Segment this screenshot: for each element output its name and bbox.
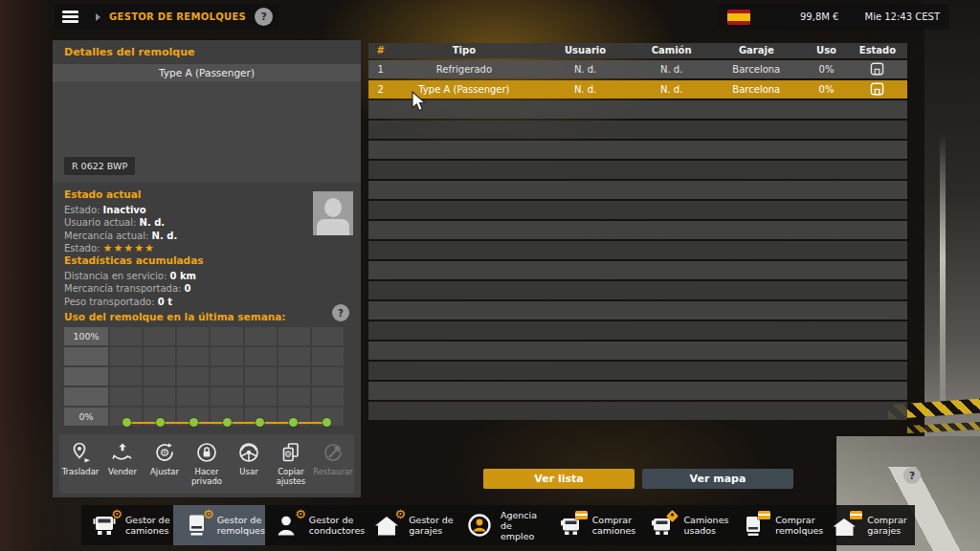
usage-grid-cell [144,347,175,365]
usage-dots [110,417,344,429]
trailer-status-icon [870,82,884,96]
trailer-row-2[interactable]: 2Type A (Passenger)N. d.N. d.Barcelona0% [368,80,907,99]
usage-grid-cell [278,327,310,345]
usage-data-point [110,417,144,429]
buy-trailer-icon [740,512,768,539]
column-header-type[interactable]: Tipo [392,43,535,58]
nav-item-camiones-usados[interactable]: Camionesusados [639,505,731,545]
nav-item-gestor-remolques[interactable]: ⚙ Gestor deremolques [173,505,265,545]
money-display: 99,8M € [800,11,838,22]
usage-grid-cell [211,367,242,386]
restore-wrench-icon [321,440,345,465]
column-header-garage[interactable]: Garaje [708,43,805,58]
top-bar-left: GESTOR DE REMOLQUES ? [55,4,278,30]
svg-text:⚙: ⚙ [284,449,293,459]
usage-chart: 100%0% [64,327,344,436]
use-button[interactable]: Usar [228,434,270,494]
usage-grid-cell [110,347,142,365]
view-list-button[interactable]: Ver lista [483,469,635,489]
top-bar-right: 99,8M € Mie 12:43 CEST [718,4,949,30]
state-field: Usuario actual: N. d. [64,216,349,230]
footer-help-icon[interactable]: ? [903,467,921,484]
usage-grid-cell [245,347,277,365]
restore-button[interactable]: Restaurar [312,434,354,494]
avatar-body [317,219,349,235]
steering-wheel-icon [236,440,261,465]
trailer-row-empty [368,201,907,219]
column-header-usage[interactable]: Uso [805,43,848,58]
trailer-gear-icon: ⚙ [182,512,211,539]
nav-item-gestor-garajes[interactable]: ⚙ Gestor degarajes [365,505,457,545]
usage-data-point [243,417,277,429]
map-pin-arrow-icon [68,440,93,465]
usage-grid-cell [245,367,277,386]
usage-grid-cell [211,387,242,406]
garage-gear-icon: ⚙ [373,512,402,539]
adjust-gear-icon: ⚙ [152,440,177,465]
employment-agency-icon [465,512,494,539]
avatar-head [324,198,342,217]
nav-item-comprar-garajes[interactable]: Comprargarajes [823,505,915,545]
spain-flag-icon [727,10,750,25]
license-plate: R 0622 BWP [64,157,135,175]
driver-gear-icon: ⚙ [274,512,302,539]
usage-grid-cell [110,387,142,406]
nav-item-comprar-camiones[interactable]: Comprarcamiones [548,505,640,545]
usage-grid-cell [245,327,277,345]
trailer-status-icon [870,62,884,76]
usage-grid-cell [312,387,344,406]
nav-item-gestor-camiones[interactable]: ⚙ Gestor decamiones [81,505,173,545]
state-rating: Estado: ★★★★★ [64,242,349,255]
usage-grid-cell [211,327,242,345]
make-private-button[interactable]: Hacer privado [186,434,228,494]
background-light-streak [940,134,946,411]
panel-title: Detalles del remolque [64,46,194,58]
trailer-row-1[interactable]: 1RefrigeradoN. d.N. d.Barcelona0% [368,60,907,78]
nav-item-comprar-remolques[interactable]: Comprarremolques [731,505,823,545]
usage-grid-cell [211,347,242,365]
usage-chart-title: Uso del remolque en la última semana: [64,311,285,322]
view-map-button[interactable]: Ver mapa [642,469,793,489]
breadcrumb-arrow-icon [96,13,100,21]
usage-grid: 100%0% [64,327,344,426]
section-title: Estado actual [64,188,349,202]
trailer-row-empty [368,261,907,279]
driver-avatar [313,191,353,235]
section-title: Estadísticas acumuladas [64,254,349,268]
nav-item-gestor-conductores[interactable]: ⚙ Gestor deconductores [265,505,365,545]
trailer-row-empty [368,141,907,159]
usage-data-point [277,417,310,429]
trailer-row-empty [368,161,907,179]
copy-settings-button[interactable]: ⚙ Copiar ajustes [270,434,312,494]
usage-data-point [177,417,211,429]
usage-grid-cell [177,367,209,386]
nav-item-agencia-empleo[interactable]: Agencia deempleo [457,505,548,545]
trailer-name: Type A (Passenger) [53,64,361,81]
trailer-row-empty [368,121,907,139]
usage-grid-cell [245,387,277,406]
usage-axis-label [64,347,108,365]
usage-help-icon[interactable]: ? [332,304,349,321]
trailer-row-empty [368,281,907,299]
trailer-row-empty [368,362,907,380]
lock-icon [194,440,219,465]
bottom-nav: ⚙ Gestor decamiones ⚙ Gestor deremolques… [81,505,915,545]
trailer-row-empty [368,301,907,320]
sell-button[interactable]: Vender [101,434,144,494]
usage-grid-cell [312,367,344,386]
stat-field: Peso transportado: 0 t [64,296,349,309]
relocate-button[interactable]: Trasladar [59,434,101,494]
adjust-button[interactable]: ⚙ Ajustar [144,434,186,494]
column-header-truck[interactable]: Camión [635,43,708,58]
column-header-user[interactable]: Usuario [536,43,635,58]
usage-grid-cell [144,367,175,386]
usage-grid-cell [177,347,209,365]
menu-icon[interactable] [62,11,78,23]
time-display: Mie 12:43 CEST [865,11,941,22]
column-header-number[interactable]: # [368,43,392,58]
column-header-status[interactable]: Estado [848,43,907,58]
help-icon[interactable]: ? [255,8,273,26]
usage-axis-label: 100% [64,327,108,345]
trailer-row-empty [368,402,907,420]
current-state-section: Estado actual Estado: Inactivo Usuario a… [64,188,349,255]
